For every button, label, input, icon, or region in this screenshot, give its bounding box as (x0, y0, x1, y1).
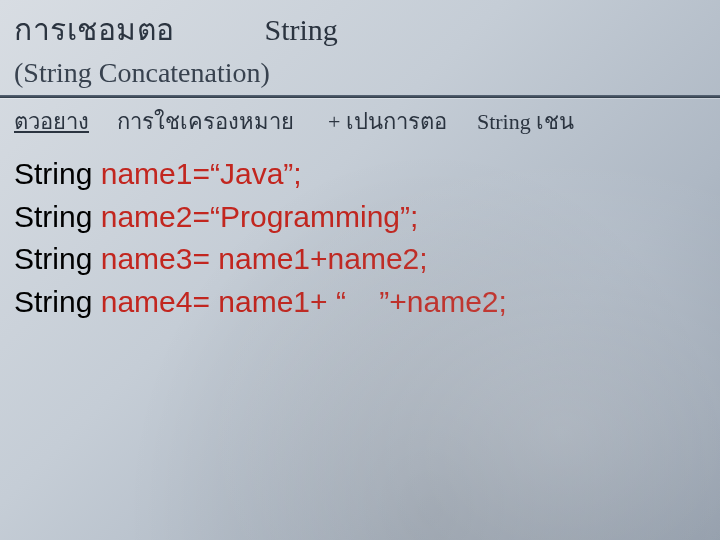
code-line-4: String name4= name1+ “ ”+name2; (14, 281, 706, 324)
string-literal: “Java” (210, 157, 293, 190)
identifier: name1 (101, 157, 193, 190)
identifier: name2 (328, 242, 420, 275)
identifier: name1 (218, 242, 310, 275)
example-tail: String เชน (477, 104, 574, 139)
keyword: String (14, 285, 101, 318)
operator: = (192, 157, 210, 190)
code-block: String name1=“Java”; String name2=“Progr… (0, 147, 720, 323)
example-mid: การใชเครองหมาย (117, 104, 294, 139)
slide: การเชอมตอ String (String Concatenation) … (0, 0, 720, 540)
string-literal: “ ” (336, 285, 389, 318)
title-thai: การเชอมตอ (14, 6, 175, 53)
example-row: ตวอยาง การใชเครองหมาย + เปนการตอ String … (0, 98, 720, 147)
keyword: String (14, 157, 101, 190)
title-row: การเชอมตอ String (0, 0, 720, 55)
semicolon: ; (410, 200, 418, 233)
plus-operator: + (310, 242, 328, 275)
code-line-2: String name2=“Programming”; (14, 196, 706, 239)
identifier: name1 (218, 285, 310, 318)
identifier: name4 (101, 285, 193, 318)
identifier: name3 (101, 242, 193, 275)
operator: = (192, 242, 218, 275)
semicolon: ; (499, 285, 507, 318)
example-label: ตวอยาง (14, 104, 89, 139)
semicolon: ; (293, 157, 301, 190)
plus-operator: + (310, 285, 336, 318)
operator: = (192, 285, 218, 318)
code-line-1: String name1=“Java”; (14, 153, 706, 196)
string-literal: “Programming” (210, 200, 410, 233)
code-line-3: String name3= name1+name2; (14, 238, 706, 281)
keyword: String (14, 200, 101, 233)
plus-operator: + (389, 285, 407, 318)
title-string: String (265, 13, 338, 47)
keyword: String (14, 242, 101, 275)
operator: = (192, 200, 210, 233)
example-plus: + เปนการตอ (328, 104, 447, 139)
subtitle: (String Concatenation) (0, 55, 720, 95)
identifier: name2 (407, 285, 499, 318)
semicolon: ; (419, 242, 427, 275)
identifier: name2 (101, 200, 193, 233)
